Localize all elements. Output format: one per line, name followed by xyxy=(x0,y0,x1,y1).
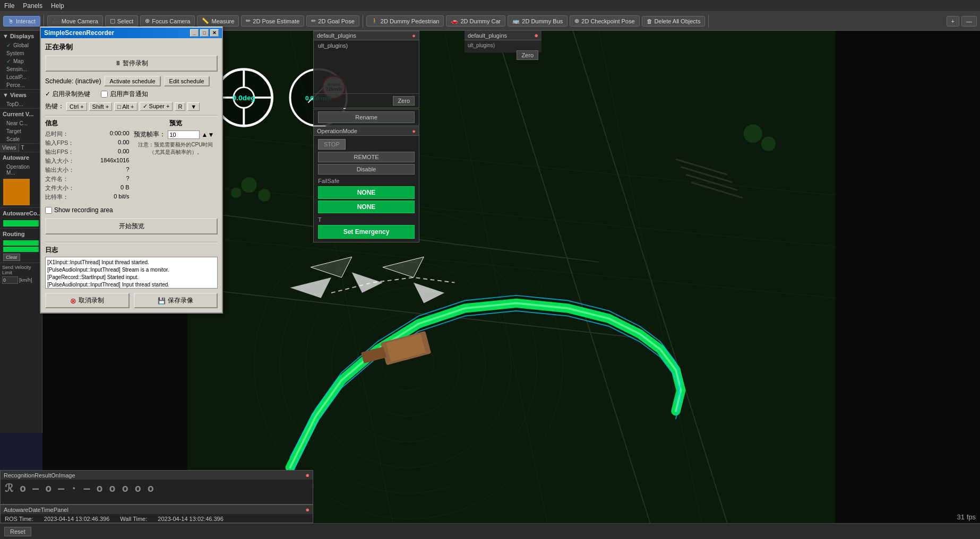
select-button[interactable]: ▢ Select xyxy=(105,15,139,27)
pose-estimate-button[interactable]: ✏ 2D Pose Estimate xyxy=(241,15,304,27)
move-camera-button[interactable]: 🎥 Move Camera xyxy=(47,15,103,27)
ssr-sound-notify-check[interactable]: 启用声音通知 xyxy=(101,90,148,99)
sidebar-item-perce[interactable]: Perce... xyxy=(0,81,42,89)
stop-button: STOP xyxy=(318,139,346,150)
routing-header[interactable]: Routing xyxy=(0,229,42,239)
goal-pose-button[interactable]: ✏ 2D Goal Pose xyxy=(306,15,359,27)
tab-views[interactable]: Views xyxy=(0,144,19,152)
sidebar-item-system[interactable]: System xyxy=(0,49,42,57)
set-emergency-button[interactable]: Set Emergency xyxy=(318,225,415,239)
ssr-cancel-button[interactable]: ⊗ 取消录制 xyxy=(45,293,130,308)
none-button-2[interactable]: NONE xyxy=(318,201,415,213)
ssr-show-area[interactable]: Show recording area xyxy=(45,206,218,214)
ssr-hotkey-key[interactable]: R xyxy=(175,102,185,111)
velocity-label: Send Velocity Limit xyxy=(2,265,40,275)
disable-button[interactable]: Disable xyxy=(318,164,415,175)
ssr-close-button[interactable]: ✕ xyxy=(210,29,219,37)
fps-counter: 31 fps xyxy=(957,513,976,521)
ssr-log-area[interactable]: [X1Input::InputThread] Input thread star… xyxy=(45,257,218,289)
routing-label: Routing xyxy=(3,231,25,237)
operation-panel: OperationMode ● STOP REMOTE Disable Fail… xyxy=(313,126,419,242)
ssr-fps-input[interactable] xyxy=(168,131,200,139)
recognition-close-icon[interactable]: ● xyxy=(305,472,310,479)
dummy-bus-button[interactable]: 🚌 2D Dummy Bus xyxy=(508,15,568,27)
plugin-scroll-close[interactable]: ● xyxy=(412,32,416,39)
interact-button[interactable]: 🖱 Interact xyxy=(3,16,40,27)
autowareco-header[interactable]: AutowareCo... xyxy=(0,208,42,219)
views-header[interactable]: ▼ Views xyxy=(0,90,42,100)
ssr-start-preview-button[interactable]: 开始预览 xyxy=(45,218,218,234)
ssr-activate-schedule-button[interactable]: Activate schedule xyxy=(104,76,160,86)
tab-t[interactable]: T xyxy=(19,144,27,152)
focus-camera-button[interactable]: ⊕ Focus Camera xyxy=(140,15,195,27)
sidebar-map-label: Map xyxy=(13,58,23,64)
pose-estimate-icon: ✏ xyxy=(246,18,251,24)
remote-button[interactable]: REMOTE xyxy=(318,152,415,162)
menu-help[interactable]: Help xyxy=(51,2,64,10)
ssr-filesize-row: 文件大小： 0 B xyxy=(45,184,130,192)
sidebar-item-map[interactable]: Map xyxy=(0,57,42,65)
ssr-sound-checkbox[interactable] xyxy=(101,91,108,98)
sidebar-item-global[interactable]: Global xyxy=(0,41,42,49)
autoware-header[interactable]: Autoware xyxy=(0,152,42,163)
menu-file[interactable]: File xyxy=(4,2,14,10)
sidebar-item-target[interactable]: Target xyxy=(0,127,42,135)
ssr-hotkey-dropdown[interactable]: ▼ xyxy=(187,102,200,111)
sidebar-item-opmode[interactable]: Operation M... xyxy=(0,163,42,177)
plugin-scroll-header: default_plugins ● xyxy=(314,31,419,40)
delete-all-button[interactable]: 🗑 Delete All Objects xyxy=(642,16,706,27)
checkpoint-button[interactable]: ⊕ 2D Checkpoint Pose xyxy=(570,15,639,27)
rename-button[interactable]: Rename xyxy=(318,111,415,123)
ssr-log-entry-0: [X1Input::InputThread] Input thread star… xyxy=(47,259,216,266)
ssr-edit-schedule-button[interactable]: Edit schedule xyxy=(164,76,210,86)
dummy-car-button[interactable]: 🚗 2D Dummy Car xyxy=(446,15,505,27)
current-v-header[interactable]: Current V... xyxy=(0,109,42,119)
checkpoint-label: 2D Checkpoint Pose xyxy=(581,18,634,24)
autowareco-label: AutowareCo... xyxy=(3,210,42,216)
ssr-hotkey-shift[interactable]: Shift + xyxy=(89,102,113,111)
ssr-save-button[interactable]: 💾 保存录像 xyxy=(134,293,218,308)
sidebar-item-sensing[interactable]: Sensin... xyxy=(0,65,42,73)
ssr-input-size-value: 980x539 xyxy=(100,157,129,165)
ssr-cancel-icon: ⊗ xyxy=(70,297,76,305)
datetime-close-icon[interactable]: ● xyxy=(305,506,310,513)
velocity-input[interactable] xyxy=(2,276,18,284)
ssr-pause-button[interactable]: ⏸ 暂停录制 xyxy=(45,55,218,72)
zero-button[interactable]: Zero xyxy=(517,50,538,60)
ssr-titlebar[interactable]: SimpleScreenRecorder _ □ ✕ xyxy=(41,28,222,38)
none-button-1[interactable]: NONE xyxy=(318,186,415,199)
ssr-hotkey-super[interactable]: ✓ Super + xyxy=(140,102,173,111)
operation-close[interactable]: ● xyxy=(412,128,416,134)
interact-icon: 🖱 xyxy=(8,18,14,24)
measure-button[interactable]: 📏 Measure xyxy=(197,15,239,27)
ssr-info: 信息 总时间： 0:00:00 输入FPS： 0.00 输出FPS： 0.00 … xyxy=(45,119,130,202)
zero-button-2[interactable]: Zero xyxy=(393,96,415,106)
ssr-maximize-button[interactable]: □ xyxy=(200,29,209,37)
plugin-scroll-body[interactable]: ult_plugins) xyxy=(314,40,419,93)
ssr-hotkey-ctrl[interactable]: Ctrl + xyxy=(66,102,87,111)
plugin-close-icon[interactable]: ● xyxy=(534,32,538,39)
move-camera-icon: 🎥 xyxy=(52,18,59,24)
plus-button[interactable]: + xyxy=(947,16,959,27)
ssr-recording-hotkey-check[interactable]: ✓ 启用录制热键 xyxy=(45,90,90,99)
sidebar-global-label: Global xyxy=(13,42,29,48)
sidebar-item-scale[interactable]: Scale xyxy=(0,135,42,143)
sidebar-item-topd[interactable]: TopD... xyxy=(0,100,42,108)
ssr-divider-1 xyxy=(45,115,218,116)
clear-button[interactable]: Clear xyxy=(3,254,20,261)
ssr-info-title: 信息 xyxy=(45,119,130,128)
ssr-show-area-checkbox[interactable] xyxy=(45,207,52,214)
ssr-fps-spinner[interactable]: ▲▼ xyxy=(202,131,214,138)
displays-header[interactable]: ▼ Displays xyxy=(0,31,42,41)
dummy-ped-button[interactable]: 🚶 2D Dummy Pedestrian xyxy=(366,15,444,27)
sidebar-item-near[interactable]: Near C... xyxy=(0,119,42,127)
menu-panels[interactable]: Panels xyxy=(23,2,42,10)
sidebar-item-localp[interactable]: LocalP... xyxy=(0,73,42,81)
ssr-hotkey-alt[interactable]: □ Alt + xyxy=(114,102,137,111)
minus-button[interactable]: — xyxy=(961,16,977,27)
ssr-total-time-row: 总时间： 0:00:00 xyxy=(45,130,130,138)
ssr-minimize-button[interactable]: _ xyxy=(190,29,199,37)
reset-button[interactable]: Reset xyxy=(4,527,31,536)
ssr-log-entry-3: [PulseAudioInput::InputThread] Input thr… xyxy=(47,281,216,289)
ssr-preview: 预览 预览帧率： ▲▼ 注意：预览需要额外的CPU时间（尤其是高帧率的）。 xyxy=(134,119,218,202)
